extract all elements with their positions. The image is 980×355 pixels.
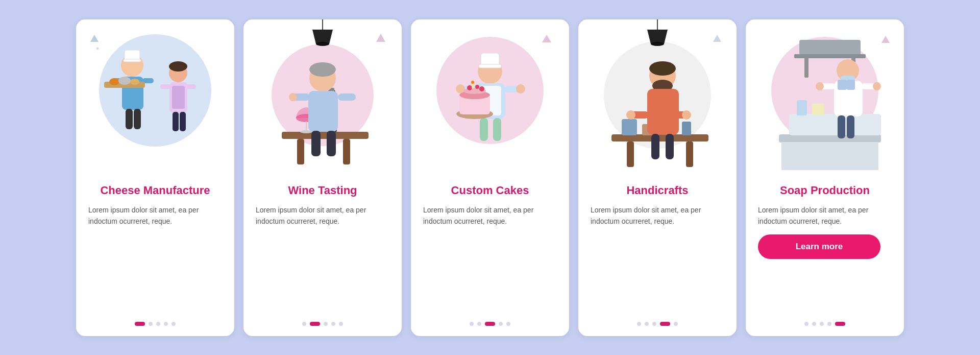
dot-1[interactable] [302,322,306,326]
card-cakes: Custom Cakes Lorem ipsum dolor sit amet,… [411,19,569,336]
svg-rect-50 [493,118,501,141]
dot-4[interactable] [660,322,670,326]
dot-4[interactable] [499,322,503,326]
dot-3[interactable] [156,322,160,326]
card-title-cakes: Custom Cakes [423,184,557,197]
svg-point-72 [649,61,676,76]
svg-rect-2 [124,59,141,62]
card-text-cakes: Lorem ipsum dolor sit amet, ea per indoc… [423,204,557,227]
svg-rect-88 [812,104,824,115]
cards-container: Cheese Manufacture Lorem ipsum dolor sit… [0,5,980,350]
svg-rect-24 [297,139,304,164]
svg-point-57 [479,86,484,91]
svg-rect-79 [666,134,674,159]
dot-4[interactable] [827,322,831,326]
svg-rect-94 [847,80,855,90]
dot-5[interactable] [835,322,845,326]
soap-illustration [753,35,896,178]
card-content-handicrafts: Handicrafts Lorem ipsum dolor sit amet, … [578,178,737,326]
dot-2[interactable] [477,322,481,326]
dot-5[interactable] [506,322,510,326]
card-content-wine: Wine Tasting Lorem ipsum dolor sit amet,… [243,178,402,326]
dot-5[interactable] [339,322,343,326]
dot-1[interactable] [135,322,145,326]
dot-2[interactable] [310,322,320,326]
svg-rect-42 [479,64,501,68]
dot-5[interactable] [674,322,678,326]
svg-rect-49 [480,118,488,141]
dot-4[interactable] [331,322,335,326]
svg-point-98 [873,82,881,90]
svg-rect-81 [781,142,878,170]
svg-point-97 [816,82,824,90]
dots-row-soap [758,313,892,326]
svg-rect-63 [611,134,708,141]
dot-1[interactable] [804,322,808,326]
dot-2[interactable] [812,322,816,326]
dot-3[interactable] [820,322,824,326]
card-title-handicrafts: Handicrafts [591,184,724,197]
svg-rect-100 [847,115,854,138]
svg-rect-16 [160,84,170,89]
cakes-illustration [419,35,561,178]
svg-point-13 [169,61,187,72]
dot-2[interactable] [149,322,153,326]
svg-point-10 [118,77,131,85]
card-illustration-cheese [76,19,234,178]
svg-rect-86 [789,114,881,135]
card-title-wine: Wine Tasting [256,184,389,197]
card-wine: Wine Tasting Lorem ipsum dolor sit amet,… [243,19,402,336]
card-illustration-soap [746,19,904,178]
svg-rect-15 [172,86,185,109]
svg-rect-7 [134,109,141,129]
card-title-soap: Soap Production [758,184,892,197]
card-illustration-handicrafts [578,19,737,178]
card-illustration-wine [243,19,402,178]
dot-3[interactable] [324,322,328,326]
card-content-soap: Soap Production Lorem ipsum dolor sit am… [746,178,904,326]
card-text-handicrafts: Lorem ipsum dolor sit amet, ea per indoc… [591,204,724,227]
card-text-cheese: Lorem ipsum dolor sit amet, ea per indoc… [88,204,222,227]
svg-rect-82 [799,40,861,55]
dots-row-wine [256,313,389,326]
dot-4[interactable] [164,322,168,326]
dots-row-cheese [88,313,222,326]
card-handicrafts: Handicrafts Lorem ipsum dolor sit amet, … [578,19,737,336]
card-cheese: Cheese Manufacture Lorem ipsum dolor sit… [76,19,234,336]
svg-rect-99 [838,115,845,138]
card-title-cheese: Cheese Manufacture [88,184,222,197]
svg-rect-80 [779,134,881,143]
svg-rect-36 [338,93,356,101]
svg-point-48 [516,84,525,93]
dot-3[interactable] [652,322,656,326]
svg-rect-93 [838,80,847,90]
card-illustration-cakes [411,19,569,178]
card-content-cheese: Cheese Manufacture Lorem ipsum dolor sit… [76,178,234,326]
svg-rect-78 [651,134,659,159]
svg-point-77 [682,110,691,120]
svg-rect-69 [682,122,691,135]
svg-point-59 [471,81,474,84]
svg-rect-23 [282,132,369,139]
svg-point-33 [309,62,336,77]
dot-1[interactable] [637,322,641,326]
svg-point-56 [475,85,479,89]
svg-point-37 [289,93,297,101]
svg-point-47 [456,84,465,93]
svg-rect-66 [622,119,637,135]
card-text-soap: Lorem ipsum dolor sit amet, ea per indoc… [758,204,892,227]
dot-3[interactable] [485,322,495,326]
svg-point-9 [109,78,119,85]
learn-more-button[interactable]: Learn more [758,234,880,259]
svg-rect-84 [804,57,808,78]
card-soap: Soap Production Lorem ipsum dolor sit am… [746,19,904,336]
svg-rect-19 [180,112,186,131]
dot-2[interactable] [645,322,649,326]
svg-rect-18 [173,112,179,131]
card-text-wine: Lorem ipsum dolor sit amet, ea per indoc… [256,204,389,227]
dot-5[interactable] [172,322,176,326]
svg-rect-39 [327,131,336,156]
handicrafts-illustration [586,35,729,178]
svg-rect-17 [186,84,196,89]
dot-1[interactable] [470,322,474,326]
